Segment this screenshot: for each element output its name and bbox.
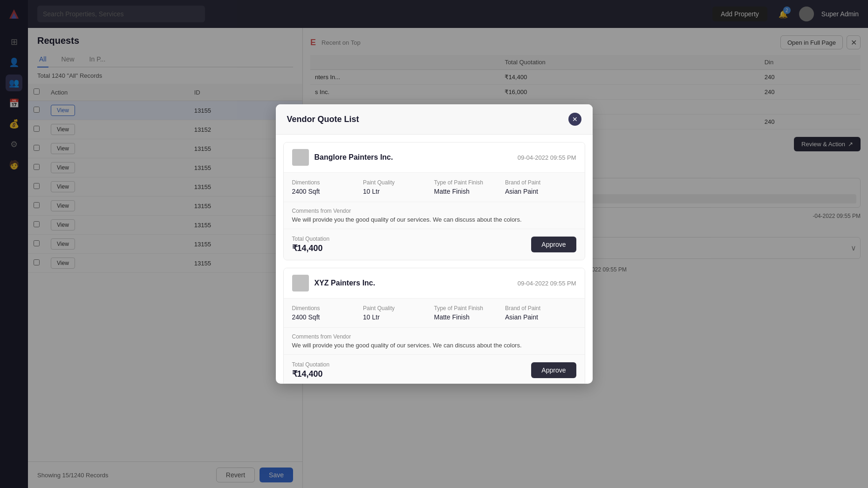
paint-quality-value: 10 Ltr (363, 188, 434, 195)
dimensions-value: 2400 Sqft (292, 313, 363, 321)
vendor-comments: Comments from Vendor We will provide you… (284, 327, 585, 354)
paint-quality-item: Paint Quality 10 Ltr (363, 305, 434, 321)
quotation-section: Total Quotation ₹14,400 (292, 236, 330, 253)
modal-close-button[interactable]: ✕ (568, 113, 581, 126)
vendor-footer: Total Quotation ₹14,400 Approve (284, 229, 585, 260)
vendor-details: Dimentions 2400 Sqft Paint Quality 10 Lt… (284, 172, 585, 202)
modal-header: Vendor Quote List ✕ (276, 104, 593, 135)
modal-body: Banglore Painters Inc. 09-04-2022 09:55 … (276, 135, 593, 384)
comments-label: Comments from Vendor (292, 208, 576, 214)
vendor-comments: Comments from Vendor We will provide you… (284, 202, 585, 229)
vendor-info: XYZ Painters Inc. (292, 275, 376, 291)
paint-finish-item: Type of Paint Finish Matte Finish (434, 305, 506, 321)
dimensions-value: 2400 Sqft (292, 188, 363, 195)
vendor-details: Dimentions 2400 Sqft Paint Quality 10 Lt… (284, 298, 585, 327)
dimensions-label: Dimentions (292, 305, 363, 312)
modal-title: Vendor Quote List (287, 115, 359, 124)
quotation-label: Total Quotation (292, 361, 330, 368)
paint-finish-value: Matte Finish (434, 313, 506, 321)
dimensions-label: Dimentions (292, 179, 363, 186)
quotation-amount: ₹14,400 (292, 243, 330, 253)
vendor-date: 09-04-2022 09:55 PM (518, 280, 576, 287)
paint-quality-label: Paint Quality (363, 179, 434, 186)
paint-finish-item: Type of Paint Finish Matte Finish (434, 179, 506, 195)
brand-value: Asian Paint (505, 313, 576, 321)
vendor-info: Banglore Painters Inc. (292, 149, 393, 166)
paint-quality-value: 10 Ltr (363, 313, 434, 321)
vendor-card-header: XYZ Painters Inc. 09-04-2022 09:55 PM (284, 268, 585, 298)
vendor-footer: Total Quotation ₹14,400 Approve (284, 354, 585, 384)
vendor-card-xyz: XYZ Painters Inc. 09-04-2022 09:55 PM Di… (283, 268, 585, 384)
vendor-name: XYZ Painters Inc. (314, 279, 376, 287)
brand-value: Asian Paint (505, 188, 576, 195)
vendor-name: Banglore Painters Inc. (314, 153, 393, 162)
brand-label: Brand of Paint (505, 305, 576, 312)
modal-overlay[interactable]: Vendor Quote List ✕ Banglore Painters In… (0, 0, 868, 488)
quotation-amount: ₹14,400 (292, 369, 330, 379)
paint-finish-label: Type of Paint Finish (434, 179, 506, 186)
brand-label: Brand of Paint (505, 179, 576, 186)
paint-quality-item: Paint Quality 10 Ltr (363, 179, 434, 195)
comments-label: Comments from Vendor (292, 333, 576, 340)
approve-button[interactable]: Approve (531, 362, 576, 378)
vendor-avatar (292, 149, 309, 166)
comments-text: We will provide you the good quality of … (292, 342, 576, 349)
dimensions-item: Dimentions 2400 Sqft (292, 179, 363, 195)
paint-finish-value: Matte Finish (434, 188, 506, 195)
quotation-section: Total Quotation ₹14,400 (292, 361, 330, 379)
paint-quality-label: Paint Quality (363, 305, 434, 312)
vendor-quote-modal: Vendor Quote List ✕ Banglore Painters In… (276, 104, 593, 384)
comments-text: We will provide you the good quality of … (292, 216, 576, 223)
vendor-card-banglore: Banglore Painters Inc. 09-04-2022 09:55 … (283, 142, 585, 260)
approve-button[interactable]: Approve (531, 237, 576, 252)
dimensions-item: Dimentions 2400 Sqft (292, 305, 363, 321)
quotation-label: Total Quotation (292, 236, 330, 242)
vendor-date: 09-04-2022 09:55 PM (518, 154, 576, 161)
paint-finish-label: Type of Paint Finish (434, 305, 506, 312)
vendor-card-header: Banglore Painters Inc. 09-04-2022 09:55 … (284, 142, 585, 172)
vendor-avatar (292, 275, 309, 291)
brand-item: Brand of Paint Asian Paint (505, 179, 576, 195)
brand-item: Brand of Paint Asian Paint (505, 305, 576, 321)
